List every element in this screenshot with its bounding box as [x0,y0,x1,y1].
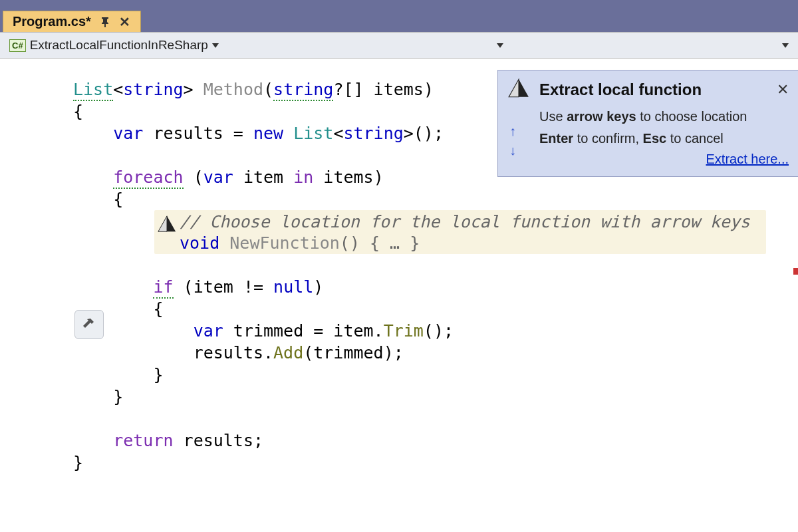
namespace-dropdown[interactable]: C# ExtractLocalFunctionInReSharp [4,35,224,55]
pyramid-icon [154,211,180,234]
extract-here-link[interactable]: Extract here... [706,152,789,166]
class-dropdown[interactable] [228,35,509,55]
chevron-down-icon [782,43,789,48]
insertion-hint: // Choose location for the local functio… [154,210,766,254]
popup-hint-1: Use arrow keys to choose location [539,109,789,124]
chevron-down-icon [497,43,503,48]
dropdown-text: ExtractLocalFunctionInReSharp [30,38,208,53]
hint-comment: // Choose location for the local functio… [180,212,750,231]
pyramid-icon [507,77,530,102]
nav-row: C# ExtractLocalFunctionInReSharp [0,32,798,59]
popup-title: Extract local function [539,80,767,99]
scroll-marker [793,268,798,275]
popup-hint-2: Enter to confirm, Esc to cancel [539,131,789,146]
tab-title: Program.cs* [13,14,91,29]
arrow-up-icon[interactable]: ↑ [509,124,516,139]
quick-action-icon[interactable] [74,310,104,339]
chevron-down-icon [212,43,219,48]
editor-area[interactable]: List<string> Method(string?[] items) { v… [0,59,798,532]
pin-icon[interactable] [99,16,111,28]
member-dropdown[interactable] [513,35,794,55]
arrow-down-icon[interactable]: ↓ [509,143,516,158]
tab-bar: Program.cs* ✕ [0,0,798,32]
csharp-badge-icon: C# [9,39,26,52]
close-icon[interactable]: ✕ [119,16,131,28]
close-icon[interactable]: ✕ [777,81,789,98]
file-tab[interactable]: Program.cs* ✕ [3,11,141,32]
extract-popup: Extract local function ✕ Use arrow keys … [497,70,798,177]
